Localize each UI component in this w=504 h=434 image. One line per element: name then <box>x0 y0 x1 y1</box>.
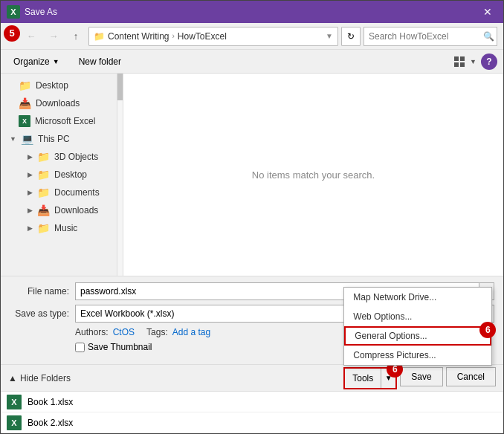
organize-label: Organize <box>13 56 50 67</box>
sidebar-label: Desktop <box>54 169 87 180</box>
nav-bar: 5 ← → ↑ 📁 Content Writing › HowToExcel ▼… <box>1 23 503 50</box>
expand-icon: ▶ <box>28 171 33 178</box>
search-icon: 🔍 <box>483 31 494 42</box>
refresh-button[interactable]: ↻ <box>341 27 361 46</box>
svg-rect-3 <box>460 62 465 67</box>
tags-label: Tags: <box>146 327 168 337</box>
footer-actions: Map Network Drive... Web Options... Gene… <box>343 367 496 389</box>
empty-message: No items match your search. <box>252 169 375 181</box>
authors-group: Authors: CtOS <box>75 327 135 337</box>
sidebar-label: This PC <box>38 134 70 144</box>
sidebar-item-microsoft-excel[interactable]: X Microsoft Excel <box>1 112 123 130</box>
forward-button[interactable]: → <box>44 27 63 46</box>
menu-item-compress-pictures[interactable]: Compress Pictures... <box>344 346 491 365</box>
svg-rect-0 <box>454 56 459 61</box>
excel-file-icon <box>7 415 22 430</box>
close-button[interactable]: ✕ <box>478 2 497 22</box>
menu-item-label: Map Network Drive... <box>353 292 436 302</box>
tools-button-group: Tools ▼ 6 <box>343 367 397 389</box>
expand-icon: ▶ <box>28 153 33 161</box>
save-button[interactable]: Save <box>400 367 442 386</box>
sidebar-item-downloads[interactable]: ▶ 📥 Downloads <box>1 201 123 219</box>
authors-label: Authors: <box>75 327 109 337</box>
breadcrumb-part1: Content Writing <box>108 31 169 42</box>
breadcrumb-arrow: ▼ <box>326 32 333 40</box>
breadcrumb-sep1: › <box>172 32 174 40</box>
save-as-dialog: X Save As ✕ 5 ← → ↑ 📁 Content Writing › … <box>0 0 504 434</box>
general-options-badge: 6 <box>479 322 496 338</box>
view-icons: ▼ ? <box>450 53 497 71</box>
sidebar-item-3d-objects[interactable]: ▶ 📁 3D Objects <box>1 148 123 166</box>
excel-icon: X <box>19 115 30 127</box>
cancel-button[interactable]: Cancel <box>446 367 496 386</box>
svg-rect-1 <box>460 56 465 61</box>
view-change-button[interactable] <box>450 53 468 71</box>
tags-group: Tags: Add a tag <box>146 327 210 337</box>
dialog-title: Save As <box>25 7 478 17</box>
menu-item-map-network[interactable]: Map Network Drive... <box>344 288 491 307</box>
file-list-item[interactable]: Book 2.xlsx <box>1 412 503 433</box>
hide-folders-arrow: ▲ <box>8 373 17 383</box>
breadcrumb-part2: HowToExcel <box>178 31 227 42</box>
toolbar: Organize ▼ New folder ▼ ? <box>1 50 503 74</box>
file-name: Book 1.xlsx <box>28 397 73 407</box>
menu-item-label: Web Options... <box>353 311 412 322</box>
view-dropdown-arrow: ▼ <box>470 58 476 65</box>
tools-wrap: Map Network Drive... Web Options... Gene… <box>343 367 397 389</box>
menu-item-label: Compress Pictures... <box>353 350 436 360</box>
tags-value[interactable]: Add a tag <box>172 327 210 337</box>
download-folder-icon: 📥 <box>19 97 31 109</box>
file-list: Book 1.xlsx Book 2.xlsx <box>1 391 503 433</box>
filename-label: File name: <box>10 286 69 297</box>
tools-dropdown-menu: Map Network Drive... Web Options... Gene… <box>343 287 492 366</box>
file-list-item[interactable]: Book 1.xlsx <box>1 392 503 412</box>
menu-item-general-options[interactable]: General Options... 6 <box>344 326 491 346</box>
help-button[interactable]: ? <box>481 54 497 70</box>
scrollbar-thumb[interactable] <box>117 74 123 100</box>
sidebar-item-desktop-quick[interactable]: 📁 Desktop <box>1 77 123 94</box>
sidebar-label: 3D Objects <box>54 152 98 162</box>
tools-button[interactable]: Tools <box>345 369 381 388</box>
folder-icon: 📁 <box>37 151 50 163</box>
sidebar-item-music[interactable]: ▶ 📁 Music <box>1 219 123 237</box>
sidebar-item-desktop[interactable]: ▶ 📁 Desktop <box>1 166 123 184</box>
folder-icon: 📁 <box>19 80 31 91</box>
excel-title-icon: X <box>7 5 20 19</box>
expand-icon: ▶ <box>28 224 33 232</box>
file-name: Book 2.xlsx <box>28 418 73 428</box>
nav-badge: 5 <box>4 25 20 42</box>
hide-folders-button[interactable]: ▲ Hide Folders <box>8 373 71 383</box>
sidebar: 📁 Desktop 📥 Downloads X Microsoft Excel … <box>1 74 123 276</box>
sidebar-label: Desktop <box>36 80 68 91</box>
scrollbar-track <box>117 74 123 276</box>
search-input[interactable] <box>369 31 480 42</box>
title-bar: X Save As ✕ <box>1 1 503 23</box>
up-button[interactable]: ↑ <box>66 27 85 46</box>
organize-arrow: ▼ <box>53 58 59 65</box>
sidebar-label: Downloads <box>36 98 80 108</box>
sidebar-item-downloads-quick[interactable]: 📥 Downloads <box>1 94 123 112</box>
sidebar-item-documents[interactable]: ▶ 📁 Documents <box>1 184 123 201</box>
new-folder-button[interactable]: New folder <box>72 53 128 71</box>
authors-value[interactable]: CtOS <box>113 327 135 337</box>
breadcrumb: 📁 Content Writing › HowToExcel ▼ <box>88 27 338 46</box>
organize-button[interactable]: Organize ▼ <box>7 53 66 71</box>
menu-item-web-options[interactable]: Web Options... <box>344 307 491 326</box>
file-area: No items match your search. <box>123 74 503 276</box>
excel-file-icon <box>7 395 22 409</box>
sidebar-label: Microsoft Excel <box>35 116 95 126</box>
thumbnail-label: Save Thumbnail <box>88 342 152 352</box>
sidebar-item-this-pc[interactable]: ▼ 💻 This PC <box>1 130 123 148</box>
menu-item-label: General Options... <box>355 331 427 341</box>
back-button[interactable]: ← <box>22 27 41 46</box>
hide-folders-label: Hide Folders <box>20 373 71 383</box>
sidebar-label: Documents <box>54 187 100 198</box>
folder-icon: 📁 <box>37 169 50 181</box>
sidebar-label: Music <box>54 223 77 233</box>
expand-icon: ▶ <box>28 207 33 214</box>
thumbnail-checkbox-wrap: Save Thumbnail <box>75 342 152 352</box>
expand-icon: ▶ <box>28 189 33 196</box>
thumbnail-checkbox[interactable] <box>75 343 85 352</box>
savetype-label: Save as type: <box>10 308 69 319</box>
folder-icon: 📁 <box>37 187 50 198</box>
